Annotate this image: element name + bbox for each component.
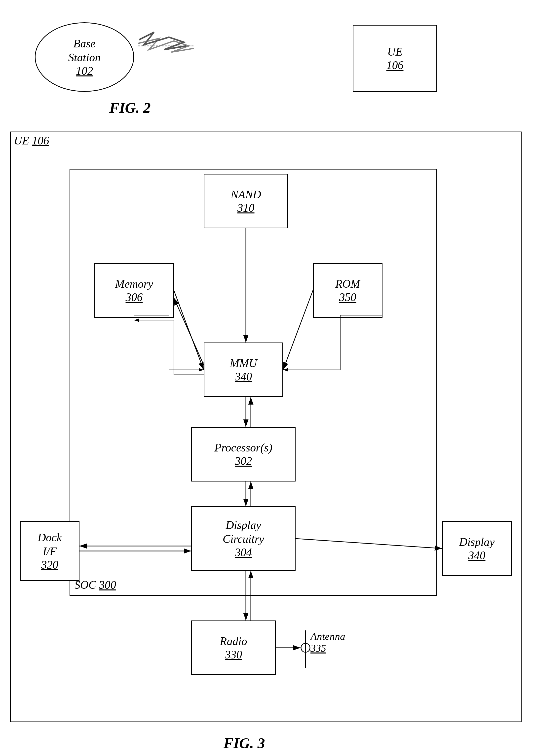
rom-num: 350 bbox=[339, 291, 356, 304]
fig3-caption: FIG. 3 bbox=[224, 735, 265, 752]
base-station-label: BaseStation bbox=[68, 37, 100, 64]
memory-label: Memory bbox=[115, 277, 153, 291]
display-label: Display bbox=[459, 535, 494, 549]
rom-label: ROM bbox=[335, 277, 360, 291]
ue-label-fig2: UE bbox=[387, 45, 402, 59]
rom-box: ROM 350 bbox=[313, 263, 382, 318]
mmu-box: MMU 340 bbox=[204, 342, 283, 397]
display-circuitry-num: 304 bbox=[235, 546, 252, 559]
processor-box: Processor(s) 302 bbox=[191, 427, 295, 481]
base-station-num: 102 bbox=[76, 64, 93, 77]
display-box: Display 340 bbox=[442, 521, 512, 576]
dock-label: DockI/F bbox=[38, 531, 62, 558]
antenna-label: Antenna 335 bbox=[310, 631, 345, 654]
fig2-area: BaseStation 102 UE 106 FIG. 2 bbox=[10, 10, 521, 114]
processor-num: 302 bbox=[235, 454, 252, 468]
nand-box: NAND 310 bbox=[204, 174, 288, 228]
memory-num: 306 bbox=[126, 291, 143, 304]
display-circuitry-label: Display Circuitry bbox=[223, 518, 264, 546]
processor-label: Processor(s) bbox=[214, 441, 272, 454]
nand-num: 310 bbox=[238, 201, 255, 214]
ue-box-fig2: UE 106 bbox=[353, 25, 437, 92]
dock-num: 320 bbox=[41, 558, 58, 571]
fig2-caption: FIG. 2 bbox=[109, 99, 151, 117]
soc-label: SOC 300 bbox=[74, 578, 116, 591]
mmu-num: 340 bbox=[235, 370, 252, 383]
display-circuitry-box: Display Circuitry 304 bbox=[191, 506, 295, 571]
antenna-num: 335 bbox=[310, 643, 326, 654]
radio-box: Radio 330 bbox=[191, 620, 276, 675]
dock-box: DockI/F 320 bbox=[20, 521, 79, 581]
nand-label: NAND bbox=[231, 188, 261, 201]
ue-label-fig3: UE 106 bbox=[14, 134, 49, 147]
memory-box: Memory 306 bbox=[95, 263, 174, 318]
base-station-box: BaseStation 102 bbox=[35, 22, 134, 92]
ue-num-fig2: 106 bbox=[386, 59, 404, 72]
radio-label: Radio bbox=[220, 634, 247, 648]
radio-num: 330 bbox=[225, 648, 242, 661]
mmu-label: MMU bbox=[230, 356, 257, 370]
display-num: 340 bbox=[468, 549, 486, 562]
